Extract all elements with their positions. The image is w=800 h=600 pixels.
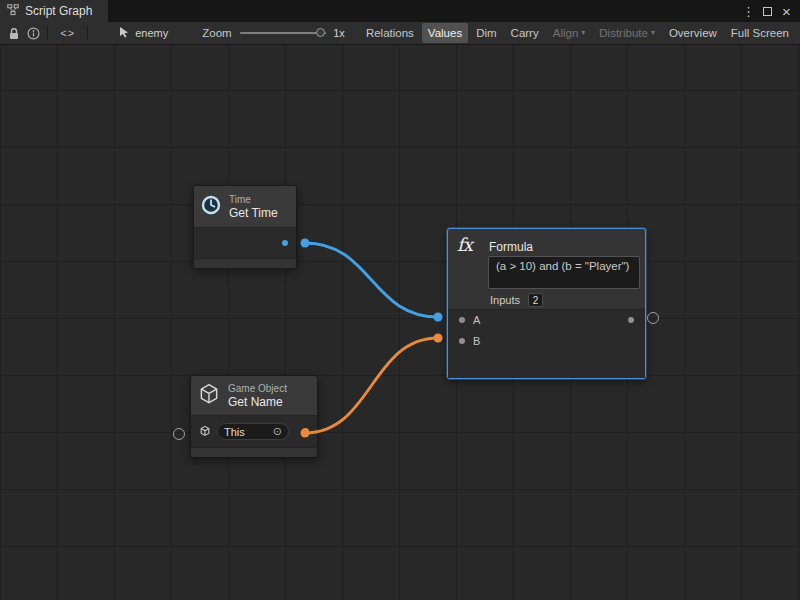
wire-get-name-to-formula-b[interactable] bbox=[305, 338, 438, 433]
inputs-label: Inputs bbox=[490, 294, 520, 306]
wire-endpoint[interactable] bbox=[434, 313, 443, 322]
node-title: Formula bbox=[489, 240, 533, 254]
formula-fx-icon: fx bbox=[457, 234, 472, 255]
carry-button[interactable]: Carry bbox=[505, 23, 545, 43]
formula-port-row-b: B bbox=[448, 331, 645, 352]
port-label-b: B bbox=[473, 331, 480, 352]
get-name-header: Game Object Get Name bbox=[191, 376, 317, 416]
dim-button[interactable]: Dim bbox=[470, 23, 502, 43]
zoom-value: 1x bbox=[333, 27, 345, 39]
window-title: Script Graph bbox=[25, 4, 92, 18]
formula-output-port[interactable] bbox=[628, 317, 634, 323]
toolbar-separator bbox=[87, 26, 88, 40]
get-time-port-row bbox=[194, 228, 296, 258]
zoom-slider-handle[interactable] bbox=[316, 28, 325, 37]
node-get-name[interactable]: Game Object Get Name This ⊙ bbox=[190, 375, 318, 458]
node-category: Time bbox=[229, 194, 278, 206]
close-icon[interactable]: × bbox=[778, 0, 795, 22]
chevron-down-icon: ▾ bbox=[651, 29, 655, 37]
formula-expression-input[interactable]: (a > 10) and (b = "Player") bbox=[488, 256, 640, 289]
maximize-icon[interactable] bbox=[759, 0, 776, 22]
graph-breadcrumb[interactable]: enemy bbox=[118, 26, 168, 40]
script-graph-icon bbox=[7, 4, 19, 19]
titlebar-controls: ⋮ × bbox=[740, 0, 800, 22]
object-picker-icon[interactable]: ⊙ bbox=[273, 426, 282, 437]
node-footer bbox=[191, 447, 317, 457]
get-name-output-port[interactable] bbox=[302, 428, 309, 435]
titlebar-spacer bbox=[108, 0, 740, 22]
relations-button[interactable]: Relations bbox=[360, 23, 420, 43]
cube-icon bbox=[197, 382, 221, 410]
align-button[interactable]: Align ▾ bbox=[547, 23, 592, 43]
chevron-down-icon: ▾ bbox=[581, 29, 585, 37]
node-category: Game Object bbox=[228, 383, 287, 395]
formula-input-port-b[interactable] bbox=[459, 338, 465, 344]
kebab-menu-icon[interactable]: ⋮ bbox=[740, 0, 757, 22]
formula-ports-section: A B bbox=[448, 309, 645, 378]
values-button[interactable]: Values bbox=[422, 23, 468, 43]
node-title: Get Time bbox=[229, 206, 278, 220]
zoom-label: Zoom bbox=[202, 27, 231, 39]
node-get-time[interactable]: Time Get Time bbox=[193, 185, 297, 269]
wire-endpoint[interactable] bbox=[434, 334, 443, 343]
get-time-output-port[interactable] bbox=[282, 240, 288, 246]
overview-button[interactable]: Overview bbox=[663, 23, 723, 43]
formula-port-row-a: A bbox=[448, 310, 645, 331]
tab-script-graph[interactable]: Script Graph bbox=[0, 0, 108, 22]
wire-endpoint[interactable] bbox=[301, 239, 310, 248]
cursor-icon bbox=[118, 26, 130, 40]
clock-icon bbox=[200, 194, 222, 220]
inputs-count-field[interactable]: 2 bbox=[528, 293, 543, 307]
cube-icon-small bbox=[199, 423, 211, 441]
distribute-button[interactable]: Distribute ▾ bbox=[593, 23, 661, 43]
toolbar: <> enemy Zoom 1x Relations Values Dim Ca… bbox=[0, 22, 800, 45]
port-label-a: A bbox=[473, 310, 480, 331]
object-field-value: This bbox=[224, 426, 245, 438]
formula-input-port-a[interactable] bbox=[459, 317, 465, 323]
this-object-field[interactable]: This ⊙ bbox=[217, 423, 289, 440]
formula-output-port-ring[interactable] bbox=[647, 312, 659, 324]
titlebar: Script Graph ⋮ × bbox=[0, 0, 800, 22]
node-footer bbox=[194, 258, 296, 268]
wire-layer bbox=[0, 45, 800, 600]
zoom-slider[interactable] bbox=[240, 32, 327, 34]
node-title: Get Name bbox=[228, 395, 287, 409]
node-formula[interactable]: fx Formula (a > 10) and (b = "Player") I… bbox=[447, 228, 646, 379]
wire-get-time-to-formula-a[interactable] bbox=[305, 243, 438, 317]
get-name-input-port-ring[interactable] bbox=[173, 428, 185, 440]
formula-inputs-row: Inputs 2 bbox=[490, 293, 543, 307]
code-icon[interactable]: <> bbox=[52, 27, 83, 39]
info-icon[interactable] bbox=[24, 22, 44, 44]
get-name-port-row: This ⊙ bbox=[191, 416, 317, 447]
graph-canvas[interactable]: Time Get Time fx Formula (a > 10) and (b… bbox=[0, 45, 800, 600]
graph-name: enemy bbox=[135, 27, 168, 39]
get-time-header: Time Get Time bbox=[194, 186, 296, 228]
lock-icon[interactable] bbox=[4, 22, 24, 44]
toolbar-separator bbox=[47, 26, 48, 40]
full-screen-button[interactable]: Full Screen bbox=[725, 23, 795, 43]
